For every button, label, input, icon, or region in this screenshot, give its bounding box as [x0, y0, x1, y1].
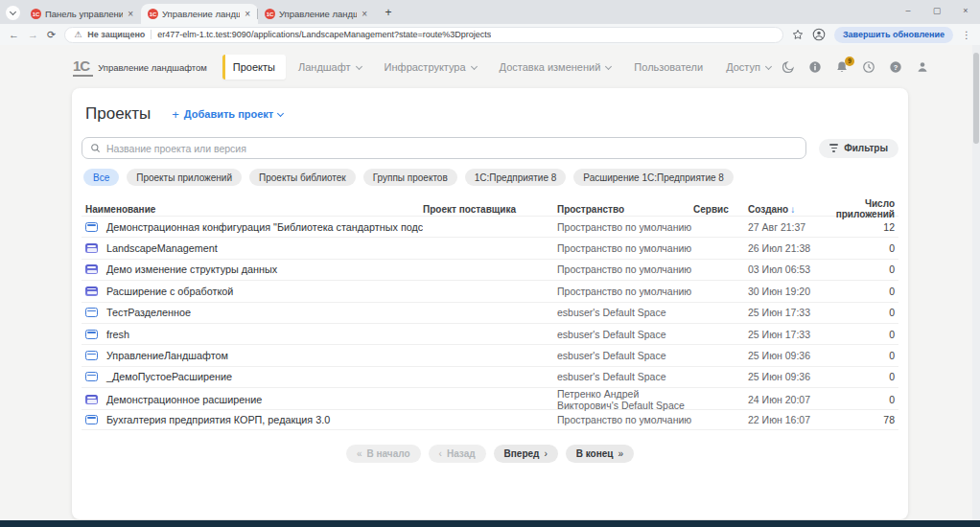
filter-chip[interactable]: Все [83, 169, 119, 186]
moon-icon[interactable] [782, 60, 796, 75]
created-cell: 25 Июн 17:33 [748, 307, 821, 318]
project-name-cell[interactable]: ТестРазделенное [85, 307, 423, 318]
close-window-icon[interactable]: × [951, 6, 980, 15]
filter-chip[interactable]: Проекты библиотек [249, 169, 356, 186]
security-chip[interactable]: Не защищено [87, 30, 145, 39]
tab-favicon-1c: 1C [31, 9, 41, 19]
column-header[interactable]: Наименование [85, 204, 423, 215]
pagination-в-конец[interactable]: В конец» [566, 445, 634, 463]
tab-search-button[interactable] [6, 6, 20, 20]
project-name-cell[interactable]: УправлениеЛандшафтом [85, 350, 423, 361]
space-cell: esbuser's Default Space [557, 329, 693, 340]
browser-tab[interactable]: 1CПанель управления× [24, 4, 141, 24]
page-viewport: 1С Управление ландшафтом ПроектыЛандшафт… [0, 45, 980, 527]
tab-close-icon[interactable]: × [127, 9, 134, 19]
apps-count-cell: 0 [821, 242, 895, 254]
pagination: «В начало‹НазадВперед›В конец» [82, 445, 898, 463]
space-cell: esbuser's Default Space [557, 371, 693, 382]
project-name-cell[interactable]: _ДемоПустоеРасширение [85, 371, 423, 382]
tab-close-icon[interactable]: × [361, 9, 368, 19]
notification-badge: 9 [845, 57, 854, 66]
pagination-вперед[interactable]: Вперед› [494, 445, 558, 463]
help-icon[interactable]: ? [889, 60, 903, 75]
nav-item-пользователи[interactable]: Пользователи [623, 55, 713, 80]
add-project-button[interactable]: + Добавить проект [172, 107, 283, 122]
minimize-window-icon[interactable]: – [894, 6, 922, 15]
finish-update-button[interactable]: Завершить обновление [834, 27, 953, 43]
forward-icon[interactable]: → [28, 30, 38, 40]
browser-menu-icon[interactable]: ⋮ [962, 30, 971, 40]
table-row[interactable]: ТестРазделенноеesbuser's Default Space25… [82, 302, 898, 323]
project-name-cell[interactable]: LandscapeManagement [85, 242, 423, 254]
project-library-icon [85, 286, 98, 296]
chevron-down-icon [356, 62, 362, 69]
column-header[interactable]: Пространство [557, 204, 693, 215]
back-icon[interactable]: ← [9, 30, 19, 40]
bookmark-star-icon[interactable] [792, 29, 804, 40]
table-row[interactable]: Бухгалтерия предприятия КОРП, редакция 3… [82, 409, 898, 430]
search-input[interactable] [106, 143, 798, 154]
created-cell: 27 Авг 21:37 [748, 221, 821, 233]
projects-table: НаименованиеПроект поставщикаПространств… [82, 198, 898, 430]
project-name-cell[interactable]: Демонстрационная конфигурация "Библиотек… [85, 221, 423, 233]
nav-item-инфраструктура[interactable]: Инфраструктура [374, 55, 487, 80]
table-row[interactable]: Расширение с обработкойПространство по у… [82, 280, 898, 301]
nav-item-доступ[interactable]: Доступ [715, 55, 782, 80]
column-header-label: Создано [748, 204, 788, 215]
table-row[interactable]: freshesbuser's Default Space25 Июн 17:33… [82, 323, 898, 344]
apps-count-cell: 0 [821, 264, 895, 275]
table-row[interactable]: Демонстрационное расширениеПетренко Андр… [82, 387, 898, 408]
refresh-icon[interactable]: ⟳ [47, 30, 56, 40]
sort-desc-icon[interactable]: ↓ [790, 204, 795, 215]
browser-tab[interactable]: 1CУправление ландшафтом× [141, 4, 258, 24]
maximize-window-icon[interactable]: ▢ [922, 6, 951, 15]
profile-icon[interactable] [812, 28, 826, 41]
pagination-назад: ‹Назад [429, 445, 486, 463]
created-cell: 25 Июн 17:33 [748, 329, 821, 340]
column-header[interactable]: Сервис [693, 204, 748, 215]
pagination-chevron-icon: » [618, 448, 623, 459]
filter-chip[interactable]: Группы проектов [363, 169, 457, 186]
created-cell: 30 Июн 19:20 [748, 286, 821, 297]
nav-item-проекты[interactable]: Проекты [222, 55, 286, 80]
tab-title: Управление ландшафтом [279, 9, 357, 19]
filter-chip[interactable]: 1С:Предприятие 8 [465, 169, 567, 186]
scrollbar[interactable] [972, 45, 980, 520]
project-name-cell[interactable]: Демонстрационное расширение [85, 394, 423, 405]
tab-list: 1CПанель управления×1CУправление ландшаф… [24, 4, 375, 24]
filter-chip[interactable]: Расширение 1С:Предприятие 8 [573, 169, 734, 186]
app-header: 1С Управление ландшафтом ПроектыЛандшафт… [73, 51, 909, 83]
column-header[interactable]: Создано↓ [748, 204, 821, 215]
project-name-cell[interactable]: Демо изменение структуры данных [85, 264, 423, 275]
user-icon[interactable] [916, 60, 930, 75]
column-header[interactable]: Проект поставщика [423, 204, 557, 215]
nav-item-ландшафт[interactable]: Ландшафт [288, 55, 372, 80]
bell-icon[interactable]: 9 [835, 60, 850, 75]
add-project-label: Добавить проект [184, 108, 273, 120]
info-icon[interactable] [808, 60, 823, 75]
space-cell: esbuser's Default Space [557, 307, 693, 318]
project-name: fresh [106, 329, 129, 340]
nav-item-доставка-изменений[interactable]: Доставка изменений [489, 55, 622, 80]
column-header[interactable]: Число приложений [821, 198, 895, 219]
project-name-cell[interactable]: fresh [85, 329, 423, 340]
filters-button[interactable]: Фильтры [819, 139, 898, 158]
table-row[interactable]: Демонстрационная конфигурация "Библиотек… [82, 216, 898, 237]
filter-chip[interactable]: Проекты приложений [127, 169, 242, 186]
1c-logo: 1С [73, 57, 89, 77]
table-row[interactable]: _ДемоПустоеРасширениеesbuser's Default S… [82, 366, 898, 387]
table-row[interactable]: LandscapeManagementПространство по умолч… [82, 237, 898, 258]
project-app-icon [85, 351, 98, 360]
table-row[interactable]: Демо изменение структуры данныхПространс… [82, 259, 898, 280]
scrollbar-thumb[interactable] [973, 53, 979, 144]
address-bar[interactable]: ⚠ Не защищено er477-elm-1.tc.test:9090/a… [64, 27, 783, 43]
browser-tab[interactable]: 1CУправление ландшафтом× [258, 4, 375, 24]
history-icon[interactable] [862, 60, 876, 75]
search-box[interactable] [82, 137, 806, 159]
project-name-cell[interactable]: Расширение с обработкой [85, 286, 423, 297]
project-name: Бухгалтерия предприятия КОРП, редакция 3… [106, 414, 330, 425]
new-tab-button[interactable]: + [381, 5, 396, 20]
table-row[interactable]: УправлениеЛандшафтомesbuser's Default Sp… [82, 344, 898, 365]
project-name-cell[interactable]: Бухгалтерия предприятия КОРП, редакция 3… [85, 414, 423, 425]
tab-close-icon[interactable]: × [244, 9, 251, 19]
